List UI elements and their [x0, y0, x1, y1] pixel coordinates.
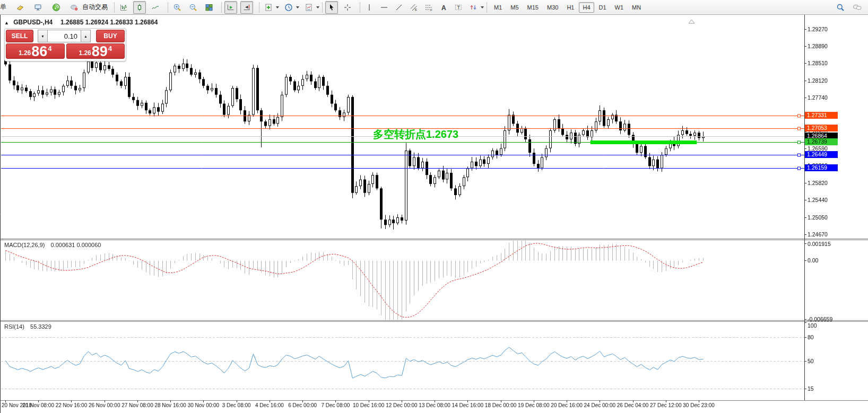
- collapse-triangle-icon[interactable]: ▲: [4, 20, 9, 25]
- channel-tool-icon[interactable]: E: [407, 1, 420, 14]
- one-click-trading-panel: SELL ▼ 0.10 ▲ BUY 1.26 86 4 1.26 89 4: [4, 28, 126, 61]
- template-icon[interactable]: [302, 1, 315, 14]
- zoom-in-icon[interactable]: [171, 1, 184, 14]
- buy-price-pip: 4: [108, 45, 112, 52]
- tf-d1[interactable]: D1: [595, 2, 610, 13]
- zoom-out-icon[interactable]: [187, 1, 199, 14]
- toolbar-separator: [221, 2, 222, 13]
- autotrade-button[interactable]: 自动交易: [81, 1, 111, 14]
- chart-window: 1.292701.288901.285101.281201.277401.273…: [0, 15, 868, 413]
- svg-text:A: A: [441, 4, 446, 11]
- chat-icon[interactable]: [851, 1, 864, 14]
- macd-indicator-label: MACD(12,26,9) 0.000631 0.000060: [4, 242, 101, 248]
- terminal-icon[interactable]: [32, 1, 45, 14]
- sell-price-big: 86: [31, 45, 47, 58]
- sell-price-prefix: 1.26: [19, 49, 31, 57]
- period-clock-icon[interactable]: [282, 1, 295, 14]
- add-indicator-dropdown[interactable]: [276, 6, 279, 8]
- tf-w1[interactable]: W1: [611, 2, 628, 13]
- arrows-tool-icon[interactable]: [467, 1, 480, 14]
- bar-chart-icon[interactable]: [117, 1, 130, 14]
- macd-name: MACD(12,26,9): [4, 242, 45, 248]
- macd-values: 0.000631 0.000060: [51, 242, 101, 248]
- toolbar-separator: [259, 2, 259, 13]
- add-indicator-icon[interactable]: [262, 1, 275, 14]
- buy-price-big: 89: [92, 45, 108, 58]
- sell-price-pip: 4: [48, 45, 51, 52]
- price-chart-canvas[interactable]: [0, 15, 868, 413]
- autotrade-icon[interactable]: [68, 1, 81, 14]
- buy-price-prefix: 1.26: [79, 49, 91, 57]
- toolbar-separator: [360, 2, 360, 13]
- volume-decrease-button[interactable]: ▼: [38, 30, 48, 42]
- svg-text:T: T: [457, 5, 461, 10]
- volume-input[interactable]: 0.10: [48, 30, 81, 42]
- tf-m1[interactable]: M1: [490, 2, 506, 13]
- search-icon[interactable]: [834, 1, 847, 14]
- symbol-period-label: GBPUSD-,H4: [13, 19, 53, 26]
- trendline-tool-icon[interactable]: [393, 1, 405, 14]
- arrows-dropdown[interactable]: [481, 6, 484, 8]
- sell-price-button[interactable]: 1.26 86 4: [6, 43, 65, 59]
- fibonacci-tool-icon[interactable]: F: [422, 1, 435, 14]
- autoscroll-icon[interactable]: [224, 1, 237, 14]
- chart-annotation-text[interactable]: 多空转折点1.2673: [373, 127, 458, 142]
- tf-h1[interactable]: H1: [563, 2, 578, 13]
- svg-text:F: F: [430, 8, 432, 12]
- svg-text:E: E: [415, 8, 417, 11]
- buy-price-button[interactable]: 1.26 89 4: [66, 43, 125, 59]
- line-chart-icon[interactable]: [149, 1, 162, 14]
- new-order-button[interactable]: 单: [0, 3, 11, 12]
- template-dropdown[interactable]: [316, 6, 319, 8]
- ohlc-values: 1.26885 1.26924 1.26833 1.26864: [60, 19, 158, 26]
- rsi-indicator-label: RSI(14) 55.3329: [4, 323, 51, 330]
- trading-terminal: 单 自动交易: [0, 0, 868, 413]
- tf-m5[interactable]: M5: [507, 2, 522, 13]
- buy-button[interactable]: BUY: [96, 30, 125, 42]
- chart-shift-icon[interactable]: [240, 1, 253, 14]
- chart-title: ▲ GBPUSD-,H4 1.26885 1.26924 1.26833 1.2…: [4, 19, 158, 26]
- main-toolbar: 单 自动交易: [0, 0, 868, 15]
- rsi-value: 55.3329: [30, 323, 51, 330]
- tile-windows-icon[interactable]: [203, 1, 215, 14]
- news-icon[interactable]: [14, 1, 27, 14]
- period-dropdown[interactable]: [296, 6, 299, 8]
- text-label-tool-icon[interactable]: T: [452, 1, 465, 14]
- tf-mn[interactable]: MN: [628, 2, 645, 13]
- volume-increase-button[interactable]: ▲: [81, 30, 91, 42]
- toolbar-separator: [168, 2, 168, 13]
- horizontal-line-tool-icon[interactable]: [378, 1, 390, 14]
- tf-m15[interactable]: M15: [524, 2, 542, 13]
- toolbar-separator: [322, 2, 323, 13]
- vertical-line-tool-icon[interactable]: [363, 1, 376, 14]
- tf-m30[interactable]: M30: [543, 2, 562, 13]
- signal-icon[interactable]: [50, 1, 63, 14]
- toolbar-separator: [487, 2, 487, 13]
- text-tool-icon[interactable]: A: [437, 1, 450, 14]
- crosshair-icon[interactable]: [341, 1, 354, 14]
- volume-control: ▼ 0.10 ▲: [38, 30, 91, 42]
- cursor-icon[interactable]: [325, 1, 338, 14]
- candlestick-icon[interactable]: [133, 1, 146, 14]
- tf-h4[interactable]: H4: [579, 2, 594, 13]
- sell-button[interactable]: SELL: [6, 30, 33, 42]
- toolbar-separator: [114, 2, 115, 13]
- rsi-name: RSI(14): [4, 323, 24, 330]
